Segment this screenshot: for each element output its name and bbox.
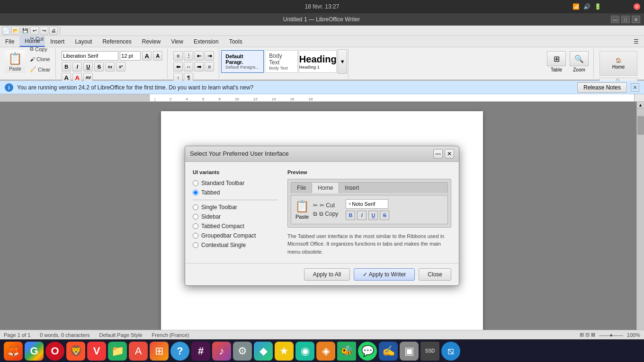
taskbar-photos[interactable]: ⊞ [150, 342, 169, 361]
taskbar-opera[interactable]: O [45, 342, 64, 361]
list-ordered-btn[interactable]: ⋮ [184, 51, 193, 61]
subscript-btn[interactable]: x₂ [105, 62, 115, 71]
paste-btn[interactable]: 📋 Paste [5, 49, 26, 74]
radio-tabbed-compact[interactable] [193, 223, 198, 229]
open-btn[interactable]: 📂 [11, 26, 20, 35]
preview-tab-file[interactable]: File [291, 183, 312, 193]
taskbar-slack[interactable]: # [191, 342, 210, 361]
redo-btn[interactable]: ↪ [40, 26, 48, 35]
option-standard-toolbar[interactable]: Standard Toolbar [193, 180, 278, 186]
option-groupedbar[interactable]: Groupedbar Compact [193, 232, 278, 239]
dialog-close-btn[interactable]: ✕ [445, 149, 454, 159]
info-close-btn[interactable]: ✕ [631, 83, 639, 92]
menu-extension[interactable]: Extension [188, 36, 224, 47]
preview-bold-btn[interactable]: B [346, 211, 355, 220]
battery-icon: 🔋 [594, 3, 601, 10]
style-body-text[interactable]: Body Text Body Text [265, 50, 298, 73]
print-btn[interactable]: 🖨 [49, 26, 58, 35]
taskbar-whatsapp[interactable]: 💬 [358, 342, 377, 361]
taskbar-appstore[interactable]: A [129, 342, 148, 361]
font-shrink-btn[interactable]: A [153, 51, 162, 61]
clone-btn[interactable]: 🖌 Clone [27, 55, 53, 63]
taskbar-firefox[interactable]: 🦊 [4, 342, 23, 361]
taskbar-ssd[interactable]: SSD [420, 342, 439, 361]
strikethrough-btn[interactable]: S [94, 62, 104, 71]
radio-groupedbar[interactable] [193, 233, 198, 238]
close-dialog-btn[interactable]: Close [419, 268, 451, 281]
taskbar-teal[interactable]: ◉ [295, 342, 314, 361]
menu-review[interactable]: Review [137, 36, 166, 47]
font-grow-btn[interactable]: A [142, 51, 152, 61]
taskbar-gray2[interactable]: ▣ [400, 342, 419, 361]
window-close-btn[interactable]: ✕ [634, 3, 640, 10]
taskbar-libreoffice[interactable]: ✍ [379, 342, 398, 361]
styles-expand-btn[interactable]: ▼ [338, 49, 347, 74]
copy-btn[interactable]: ⧉ Copy [27, 44, 53, 53]
apply-all-btn[interactable]: Apply to All [304, 268, 350, 281]
undo-btn[interactable]: ↩ [30, 26, 39, 35]
option-contextual[interactable]: Contextual Single [193, 242, 278, 248]
align-left-btn[interactable]: ⬅ [173, 62, 183, 71]
preview-tab-insert[interactable]: Insert [339, 183, 365, 193]
radio-tabbed[interactable] [193, 190, 198, 195]
indent-decrease-btn[interactable]: ⇤ [194, 51, 204, 61]
preview-underline-btn[interactable]: U [368, 211, 378, 220]
menu-view[interactable]: View [166, 36, 188, 47]
new-btn[interactable]: 📄 [2, 26, 10, 35]
taskbar-orange[interactable]: ◈ [316, 342, 335, 361]
radio-single[interactable] [193, 204, 198, 210]
taskbar-vivaldi[interactable]: V [87, 342, 106, 361]
taskbar-arch[interactable]: ⧅ [441, 342, 460, 361]
menu-references[interactable]: References [97, 36, 136, 47]
taskbar-chrome[interactable]: G [25, 342, 44, 361]
bold-btn[interactable]: B [62, 62, 71, 71]
zoom-slider[interactable]: ——●—— [599, 332, 623, 338]
clear-btn[interactable]: 🧹 Clear [27, 65, 53, 74]
save-btn[interactable]: 💾 [21, 26, 29, 35]
taskbar-papyrus[interactable]: 🐝 [337, 342, 356, 361]
indent-increase-btn[interactable]: ⇥ [205, 51, 214, 61]
radio-standard[interactable] [193, 180, 198, 186]
underline-btn[interactable]: U [83, 62, 93, 71]
font-name-input[interactable] [62, 51, 118, 61]
align-right-btn[interactable]: ➡ [194, 62, 204, 71]
home-ribbon-btn[interactable]: 🏠 Home [599, 51, 637, 76]
preview-strike-btn[interactable]: S [380, 211, 389, 220]
radio-contextual[interactable] [193, 242, 198, 248]
preview-italic-btn[interactable]: I [357, 211, 367, 220]
menu-file[interactable]: File [0, 36, 19, 47]
option-single-toolbar[interactable]: Single Toolbar [193, 204, 278, 211]
close-btn[interactable]: ✕ [632, 16, 640, 23]
menu-layout[interactable]: Layout [70, 36, 97, 47]
taskbar-files[interactable]: 📁 [108, 342, 127, 361]
font-size-input[interactable] [120, 51, 141, 61]
minimize-btn[interactable]: — [611, 16, 619, 23]
italic-btn[interactable]: I [72, 62, 82, 71]
style-default[interactable]: Default Paragr. Default Paragra... [221, 50, 264, 73]
option-tabbed-compact[interactable]: Tabbed Compact [193, 223, 278, 230]
apply-writer-btn[interactable]: ✓ Apply to Writer [354, 268, 415, 281]
taskbar-layers[interactable]: ◆ [254, 342, 273, 361]
superscript-btn[interactable]: x² [116, 62, 125, 71]
taskbar-help[interactable]: ? [170, 342, 189, 361]
align-justify-btn[interactable]: ≡ [205, 62, 214, 71]
menu-tools[interactable]: Tools [224, 36, 248, 47]
taskbar-brave[interactable]: 🦁 [66, 342, 85, 361]
radio-sidebar[interactable] [193, 214, 198, 220]
preview-tab-home[interactable]: Home [312, 183, 339, 193]
zoom-btn[interactable]: 🔍 Zoom [570, 51, 589, 72]
maximize-btn[interactable]: □ [621, 16, 630, 23]
taskbar-settings[interactable]: ⚙ [233, 342, 252, 361]
list-unordered-btn[interactable]: ≡ [173, 51, 183, 61]
option-sidebar[interactable]: Sidebar [193, 213, 278, 220]
table-btn[interactable]: ⊞ Table [547, 51, 566, 72]
taskbar-music[interactable]: ♪ [212, 342, 231, 361]
release-notes-btn[interactable]: Release Notes [577, 82, 627, 93]
dialog-minimize-btn[interactable]: — [433, 149, 443, 159]
taskbar-star[interactable]: ★ [275, 342, 294, 361]
align-center-btn[interactable]: ↔ [184, 62, 193, 71]
option-tabbed[interactable]: Tabbed [193, 189, 278, 196]
cut-btn[interactable]: ✂ Cut [27, 34, 53, 43]
style-heading[interactable]: Heading Heading 1 [299, 50, 337, 73]
menu-hamburger[interactable]: ☰ [628, 36, 644, 47]
